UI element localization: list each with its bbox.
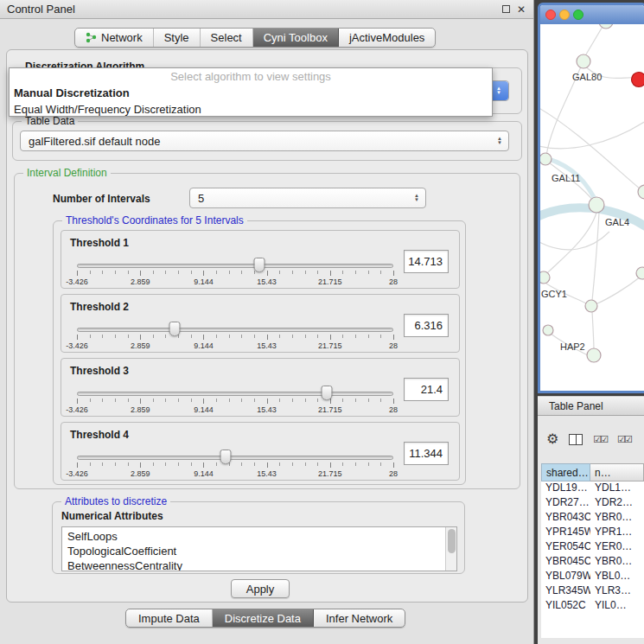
- node-label[interactable]: GAL4: [605, 217, 629, 227]
- select-columns-checkboxes-icon[interactable]: ☑☑: [617, 434, 631, 445]
- list-item[interactable]: TopologicalCoefficient: [62, 544, 456, 558]
- tab-network[interactable]: Network: [75, 29, 154, 47]
- slider-scale-label: 2.859: [131, 405, 150, 414]
- table-row[interactable]: YIL052C YIL0…: [541, 599, 644, 614]
- node-label[interactable]: GAL80: [572, 72, 602, 82]
- slider-thumb[interactable]: [220, 450, 232, 464]
- numerical-attributes-list[interactable]: SelfLoops TopologicalCoefficient Between…: [61, 526, 457, 571]
- cell[interactable]: YIL0…: [590, 599, 644, 614]
- table-row[interactable]: YLR345W YLR3…: [541, 584, 644, 599]
- table-row[interactable]: YBR043C YBR0…: [541, 511, 644, 526]
- cell[interactable]: YBR045C: [541, 555, 590, 570]
- slider-thumb[interactable]: [254, 258, 265, 272]
- threshold-value-field[interactable]: 11.344: [404, 442, 449, 465]
- minimize-traffic-light-icon[interactable]: [559, 10, 570, 20]
- cell[interactable]: YER0…: [590, 540, 644, 555]
- tab-cyni-toolbox[interactable]: Cyni Toolbox: [253, 29, 339, 47]
- slider-scale-label: 28: [389, 341, 398, 350]
- list-item[interactable]: BetweennessCentrality: [62, 558, 456, 571]
- node-label[interactable]: GAL11: [552, 173, 580, 183]
- attributes-to-discretize-group: Attributes to discretize Numerical Attri…: [52, 501, 465, 574]
- cell[interactable]: YDR27…: [541, 496, 590, 511]
- column-header-shared-name[interactable]: shared…: [541, 463, 590, 481]
- cell[interactable]: YLR3…: [590, 584, 644, 599]
- slider-thumb[interactable]: [169, 322, 181, 336]
- apply-button[interactable]: Apply: [231, 579, 290, 598]
- slider-scale: -3.4262.8599.14415.4321.71528: [77, 469, 393, 479]
- slider-thumb[interactable]: [322, 386, 333, 400]
- cell[interactable]: YDL19…: [541, 481, 590, 496]
- restore-window-icon[interactable]: [502, 5, 510, 13]
- threshold-1-panel: Threshold 1 -3.4262.8599.14415.4321.7152…: [61, 230, 460, 289]
- cell[interactable]: YIL052C: [541, 599, 590, 614]
- cell[interactable]: YBR0…: [590, 555, 644, 570]
- node-label[interactable]: HAP2: [560, 341, 585, 352]
- cell[interactable]: YPR145W: [541, 526, 590, 540]
- list-item[interactable]: SelfLoops: [62, 529, 456, 544]
- table-row[interactable]: YPR145W YPR1…: [541, 526, 644, 540]
- threshold-value-field[interactable]: 14.713: [404, 250, 449, 273]
- zoom-traffic-light-icon[interactable]: [573, 10, 583, 20]
- select-all-checkboxes-icon[interactable]: ☑☑: [593, 434, 607, 445]
- tab-label: Network: [101, 31, 143, 44]
- slider-track[interactable]: [77, 392, 393, 396]
- dropdown-placeholder-option[interactable]: Select algorithm to view settings: [10, 68, 492, 85]
- close-window-icon[interactable]: ✕: [516, 4, 526, 15]
- list-scrollbar[interactable]: [445, 527, 456, 571]
- threshold-4-slider[interactable]: -3.4262.8599.14415.4321.71528: [77, 449, 393, 480]
- slider-track[interactable]: [77, 328, 393, 332]
- window-buttons: ✕: [502, 4, 526, 15]
- tab-style[interactable]: Style: [154, 29, 201, 47]
- top-tab-bar: Network Style Select Cyni Toolbox jActiv…: [74, 28, 436, 48]
- arrow-down-icon: ▼: [497, 141, 502, 145]
- cell[interactable]: YBR043C: [541, 511, 590, 526]
- tab-impute-data[interactable]: Impute Data: [126, 609, 213, 627]
- cell[interactable]: YER054C: [541, 540, 590, 555]
- number-of-intervals-combobox[interactable]: 5 ▲ ▼: [189, 188, 426, 208]
- slider-scale-label: 15.43: [257, 277, 277, 286]
- tab-jactivemodules[interactable]: jActiveModules: [339, 29, 435, 47]
- cell[interactable]: YDL1…: [590, 481, 644, 496]
- table-row[interactable]: YDL19… YDL1…: [541, 481, 644, 496]
- threshold-value-field[interactable]: 6.316: [404, 314, 449, 337]
- column-header-name[interactable]: n…: [590, 463, 644, 481]
- spinner-arrows-icon[interactable]: ▲ ▼: [497, 137, 502, 145]
- tab-label: Infer Network: [326, 612, 392, 625]
- cell[interactable]: YDR2…: [590, 496, 644, 511]
- network-canvas[interactable]: GAL80 GAL11 GAL4 GCY1 HAP2: [540, 24, 644, 391]
- threshold-3-slider[interactable]: -3.4262.8599.14415.4321.71528: [77, 385, 393, 416]
- slider-track[interactable]: [77, 456, 393, 460]
- node-label[interactable]: GCY1: [541, 289, 567, 299]
- table-row[interactable]: YDR27… YDR2…: [541, 496, 644, 511]
- table-row[interactable]: YER054C YER0…: [541, 540, 644, 555]
- table-data-combobox[interactable]: galFiltered.sif default node ▲ ▼: [20, 131, 509, 151]
- gear-icon[interactable]: ⚙: [546, 432, 558, 446]
- tab-select[interactable]: Select: [201, 29, 253, 47]
- slider-ticks: [77, 462, 393, 469]
- threshold-3-panel: Threshold 3 -3.4262.8599.14415.4321.7152…: [61, 358, 460, 417]
- dropdown-option-equal-width[interactable]: Equal Width/Frequency Discretization: [10, 101, 492, 118]
- cell[interactable]: YBR0…: [590, 511, 644, 526]
- slider-scale: -3.4262.8599.14415.4321.71528: [77, 277, 393, 287]
- columns-icon[interactable]: [569, 434, 583, 445]
- selected-red-node[interactable]: [632, 73, 644, 87]
- table-row[interactable]: YBR045C YBR0…: [541, 555, 644, 570]
- cell[interactable]: YBL079W: [541, 570, 590, 584]
- cell[interactable]: YBL0…: [590, 570, 644, 584]
- bottom-tab-bar: Impute Data Discretize Data Infer Networ…: [125, 609, 405, 628]
- slider-track[interactable]: [77, 264, 393, 268]
- table-row[interactable]: YBL079W YBL0…: [541, 570, 644, 584]
- close-traffic-light-icon[interactable]: [545, 10, 556, 20]
- cell[interactable]: YPR1…: [590, 526, 644, 540]
- threshold-value-field[interactable]: 21.4: [404, 378, 449, 401]
- spinner-arrows-icon[interactable]: ▲ ▼: [414, 194, 419, 202]
- network-window-titlebar[interactable]: [540, 5, 644, 24]
- threshold-1-slider[interactable]: -3.4262.8599.14415.4321.71528: [77, 257, 393, 288]
- dropdown-option-manual-discretization[interactable]: Manual Discretization: [10, 85, 492, 101]
- threshold-2-slider[interactable]: -3.4262.8599.14415.4321.71528: [77, 321, 393, 352]
- tab-infer-network[interactable]: Infer Network: [314, 609, 405, 627]
- tab-discretize-data[interactable]: Discretize Data: [213, 609, 314, 627]
- cell[interactable]: YLR345W: [541, 584, 590, 599]
- scrollbar-thumb[interactable]: [448, 529, 456, 553]
- slider-scale-label: 21.715: [318, 277, 342, 286]
